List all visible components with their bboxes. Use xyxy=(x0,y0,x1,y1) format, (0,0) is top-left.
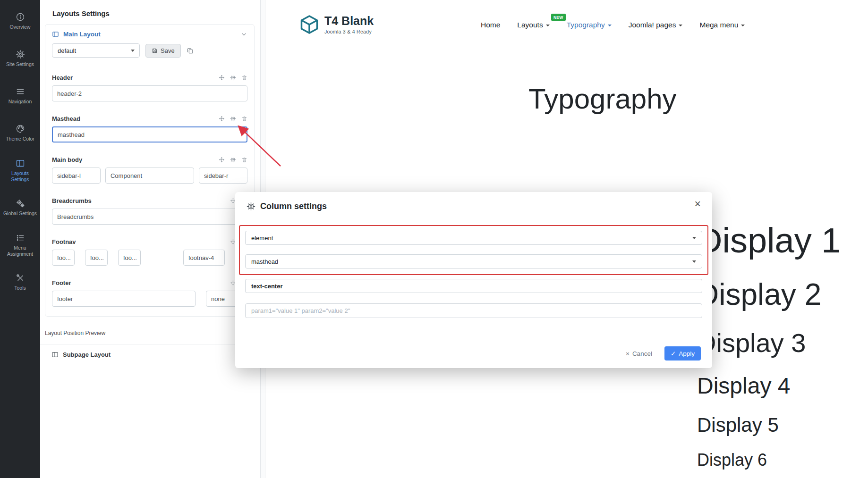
caret-down-icon xyxy=(692,237,696,239)
nav-item-joomla-pages[interactable]: Joomla! pages xyxy=(629,21,683,29)
position-block-footnav-1[interactable]: foo... xyxy=(52,250,75,266)
display-3-heading: Display 3 xyxy=(697,330,806,356)
section-footer: Footer footer none xyxy=(45,270,254,311)
css-class-input[interactable] xyxy=(245,279,702,293)
position-block-footnav-2[interactable]: foo... xyxy=(85,250,108,266)
site-logo-title: T4 Blank xyxy=(324,15,374,27)
sidebar-item-label: Global Settings xyxy=(3,210,37,217)
column-position-value: masthead xyxy=(251,258,278,265)
section-masthead-title: Masthead xyxy=(52,115,80,122)
apply-button[interactable]: ✓ Apply xyxy=(664,346,701,361)
sidebar-item-label: Site Settings xyxy=(6,61,34,67)
layout-profile-select[interactable]: default xyxy=(52,43,140,58)
params-input[interactable] xyxy=(245,303,702,318)
layout-profile-value: default xyxy=(58,47,76,54)
move-icon[interactable] xyxy=(219,157,225,163)
column-settings-modal: Column settings × element masthead × Can… xyxy=(235,192,712,368)
main-layout-header[interactable]: Main Layout xyxy=(45,25,254,42)
sidebar-item-navigation[interactable]: Navigation xyxy=(0,77,40,115)
section-header: Header header-2 xyxy=(45,65,254,106)
nav-item-home[interactable]: Home xyxy=(481,21,500,29)
sidebar-item-label: Tools xyxy=(14,285,26,291)
move-icon[interactable] xyxy=(219,116,225,122)
nav-label: Typography xyxy=(567,21,605,29)
trash-icon[interactable] xyxy=(241,75,247,81)
site-logo-subtitle: Joomla 3 & 4 Ready xyxy=(324,29,374,34)
trash-icon[interactable] xyxy=(241,116,247,122)
main-layout-card: Main Layout default Save Hea xyxy=(45,24,255,317)
sidebar-item-global-settings[interactable]: Global Settings xyxy=(0,189,40,226)
subpage-layout-header[interactable]: Subpage Layout xyxy=(40,344,260,365)
close-icon[interactable]: × xyxy=(695,199,701,210)
nav-label: Layouts xyxy=(517,21,543,29)
nav-item-layouts[interactable]: Layouts NEW xyxy=(517,21,549,29)
sidebar-item-menu-assignment[interactable]: Menu Assignment xyxy=(0,226,40,264)
display-1-heading: Display 1 xyxy=(697,223,841,258)
site-logo[interactable]: T4 Blank Joomla 3 & 4 Ready xyxy=(299,14,374,35)
cube-logo-icon xyxy=(299,14,320,35)
nav-item-mega-menu[interactable]: Mega menu xyxy=(699,21,745,29)
gear-icon[interactable] xyxy=(230,75,236,81)
column-position-select[interactable]: masthead xyxy=(245,254,702,268)
tools-icon xyxy=(16,273,25,283)
save-button[interactable]: Save xyxy=(145,44,181,58)
position-block-masthead-selected[interactable]: masthead xyxy=(52,126,247,143)
layout-position-preview-label: Layout Position Preview xyxy=(45,330,255,336)
layout-toolbar: default Save xyxy=(45,42,254,65)
position-block-component[interactable]: Component xyxy=(105,168,194,184)
main-layout-title: Main Layout xyxy=(63,31,101,38)
layouts-settings-panel: Layouts Settings Main Layout default Sav… xyxy=(40,0,260,478)
column-type-select[interactable]: element xyxy=(245,231,702,245)
sidebar-item-overview[interactable]: Overview xyxy=(0,3,40,40)
hamburger-icon xyxy=(16,87,25,96)
layout-icon xyxy=(16,159,25,168)
position-block-footer[interactable]: footer xyxy=(52,291,196,307)
grid-icon xyxy=(51,351,59,358)
column-type-value: element xyxy=(251,235,273,242)
modal-title: Column settings xyxy=(260,201,327,211)
section-breadcrumbs: Breadcrumbs Breadcrumbs xyxy=(45,188,254,229)
position-block-sidebar-l[interactable]: sidebar-l xyxy=(52,168,101,184)
sidebar-item-theme-color[interactable]: Theme Color xyxy=(0,115,40,152)
section-breadcrumbs-title: Breadcrumbs xyxy=(52,197,92,204)
sidebar-item-site-settings[interactable]: Site Settings xyxy=(0,40,40,77)
position-block-footnav-3[interactable]: foo... xyxy=(118,250,141,266)
sidebar-item-layouts-settings[interactable]: Layouts Settings xyxy=(0,152,40,189)
nav-label: Mega menu xyxy=(699,21,738,29)
check-icon: ✓ xyxy=(671,350,676,357)
list-icon xyxy=(16,233,25,243)
nav-label: Joomla! pages xyxy=(629,21,676,29)
move-icon[interactable] xyxy=(219,75,225,81)
app-window: Overview Site Settings Navigation Theme … xyxy=(0,0,868,478)
position-block-footnav-4[interactable]: footnav-4 xyxy=(183,250,225,266)
x-icon: × xyxy=(626,350,630,357)
gear-icon[interactable] xyxy=(230,157,236,163)
caret-down-icon xyxy=(131,50,135,52)
position-block-sidebar-r[interactable]: sidebar-r xyxy=(199,168,247,184)
display-2-heading: Display 2 xyxy=(697,279,821,310)
caret-down-icon xyxy=(692,260,696,263)
nav-item-typography[interactable]: Typography xyxy=(567,21,612,29)
section-main-body-title: Main body xyxy=(52,156,82,163)
cancel-label: Cancel xyxy=(632,350,652,357)
position-block-breadcrumbs[interactable]: Breadcrumbs xyxy=(52,209,247,225)
section-header-title: Header xyxy=(52,74,73,81)
section-masthead: Masthead masthead xyxy=(45,106,254,147)
info-icon xyxy=(16,12,25,22)
chevron-down-icon[interactable] xyxy=(240,31,247,38)
gear-icon xyxy=(247,202,255,211)
trash-icon[interactable] xyxy=(241,157,247,163)
position-block-header-2[interactable]: header-2 xyxy=(52,85,247,101)
duplicate-layout-button[interactable] xyxy=(187,47,194,54)
sidebar-item-label: Menu Assignment xyxy=(2,245,38,257)
display-4-heading: Display 4 xyxy=(697,375,790,397)
grid-icon xyxy=(52,31,59,38)
gears-icon xyxy=(16,199,25,208)
sidebar-item-tools[interactable]: Tools xyxy=(0,264,40,301)
copy-icon xyxy=(187,47,194,54)
gear-icon[interactable] xyxy=(230,116,236,122)
cancel-button[interactable]: × Cancel xyxy=(626,350,652,357)
caret-down-icon xyxy=(546,25,550,26)
sidebar-item-label: Overview xyxy=(10,24,31,30)
caret-down-icon xyxy=(679,25,682,26)
